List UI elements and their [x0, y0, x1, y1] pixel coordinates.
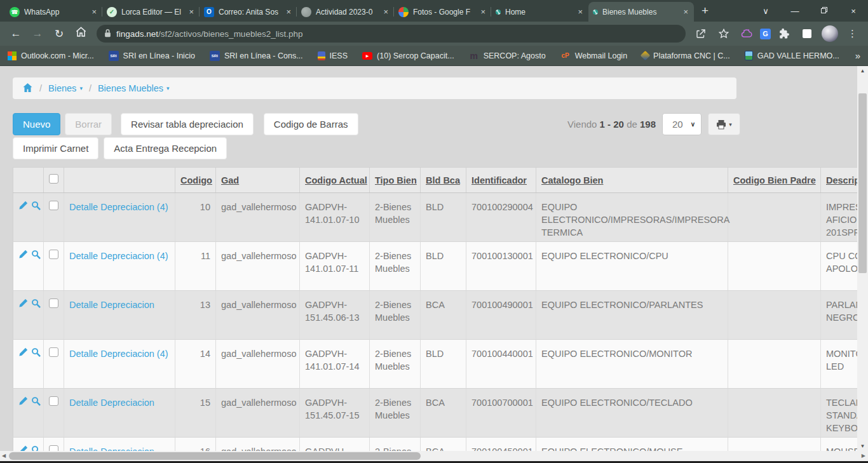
- print-dropdown-button[interactable]: ▾: [708, 113, 740, 135]
- nuevo-button[interactable]: Nuevo: [13, 113, 60, 135]
- extensions-puzzle-icon[interactable]: [775, 28, 794, 39]
- bookmark-outlook[interactable]: Outlook.com - Micr...: [8, 51, 94, 60]
- row-checkbox[interactable]: [49, 201, 58, 210]
- toolbar-right-icons: G ⋮: [691, 25, 862, 42]
- close-button[interactable]: ×: [839, 6, 868, 16]
- tab-close-icon[interactable]: ×: [285, 7, 292, 17]
- sidebar-square-icon[interactable]: [797, 29, 817, 38]
- view-magnifier-icon[interactable]: [31, 347, 41, 360]
- tab-close-icon[interactable]: ×: [187, 7, 195, 17]
- tab-actividad[interactable]: Actividad 2023-0 ×: [297, 2, 394, 22]
- back-icon[interactable]: ←: [6, 27, 26, 40]
- tab-home[interactable]: Home ×: [491, 2, 588, 22]
- breadcrumb-bienes[interactable]: Bienes▾: [48, 83, 83, 93]
- tab-correo[interactable]: O Correo: Anita Sos ×: [200, 2, 297, 22]
- forward-icon[interactable]: →: [27, 27, 48, 40]
- detalle-depreciacion-link[interactable]: Detalle Depreciacion (4): [69, 251, 168, 261]
- cloud-extension-icon[interactable]: [737, 27, 756, 40]
- imprimir-carnet-button[interactable]: Imprimir Carnet: [13, 137, 98, 159]
- bookmark-star-icon[interactable]: [714, 28, 733, 39]
- bookmark-sercop[interactable]: mSERCOP: Agosto: [469, 51, 546, 61]
- sort-codigo-actual[interactable]: Codigo Actual: [305, 175, 367, 185]
- row-checkbox[interactable]: [49, 299, 58, 308]
- detalle-depreciacion-link[interactable]: Detalle Depreciacion: [69, 300, 154, 310]
- tab-bienes-muebles-active[interactable]: Bienes Muebles ×: [588, 2, 694, 22]
- edit-pencil-icon[interactable]: [18, 396, 28, 409]
- scroll-right-icon[interactable]: ▶: [862, 453, 865, 459]
- share-icon[interactable]: [691, 28, 710, 39]
- borrar-button[interactable]: Borrar: [65, 113, 112, 135]
- vertical-scrollbar[interactable]: ▲ ▼: [857, 66, 868, 451]
- google-photos-icon: [398, 7, 409, 17]
- sort-catalogo-bien[interactable]: Catalogo Bien: [541, 175, 603, 185]
- view-magnifier-icon[interactable]: [31, 299, 41, 311]
- view-magnifier-icon[interactable]: [31, 201, 41, 213]
- revisar-tabla-button[interactable]: Revisar tabla depreciacion: [121, 113, 254, 135]
- bookmarks-overflow-icon[interactable]: »: [855, 50, 860, 61]
- codigo-barras-button[interactable]: Codigo de Barras: [264, 113, 358, 135]
- browser-menu-icon[interactable]: ⋮: [843, 28, 862, 39]
- tab-close-icon[interactable]: ×: [479, 7, 487, 17]
- page-size-select[interactable]: 20 ∨: [662, 113, 702, 135]
- bookmark-sercop-video[interactable]: ▶(10) Sercop Capacit...: [362, 51, 454, 60]
- tab-close-icon[interactable]: ×: [90, 7, 98, 17]
- horizontal-scrollbar[interactable]: ◀ ▶: [0, 451, 868, 461]
- sort-identificador[interactable]: Identificador: [471, 175, 527, 185]
- cell-codigo-actual: GADPVH-: [300, 438, 370, 452]
- scroll-up-icon[interactable]: ▲: [857, 68, 868, 74]
- acta-entrega-button[interactable]: Acta Entrega Recepcion: [104, 137, 227, 159]
- sort-descripcion[interactable]: Descrip: [826, 175, 860, 185]
- breadcrumb: / Bienes▾ / Bienes Muebles▾: [13, 77, 736, 99]
- tab-whatsapp[interactable]: ☎ WhatsApp ×: [5, 2, 102, 22]
- row-checkbox[interactable]: [49, 445, 58, 451]
- detalle-depreciacion-link[interactable]: Detalle Depreciacion (4): [69, 349, 168, 359]
- bookmark-webmail[interactable]: cPWebmail Login: [560, 51, 627, 61]
- minimize-button[interactable]: —: [780, 6, 810, 16]
- address-bar[interactable]: fingads.net/sf2/activos/bienes_muebles2_…: [97, 25, 686, 43]
- detalle-depreciacion-link[interactable]: Detalle Depreciacion: [69, 446, 154, 451]
- bookmark-cnc[interactable]: Plataforma CNC | C...: [642, 51, 730, 60]
- edit-pencil-icon[interactable]: [18, 445, 28, 451]
- breadcrumb-home-icon[interactable]: [22, 83, 33, 95]
- select-all-checkbox[interactable]: [49, 174, 58, 184]
- edit-pencil-icon[interactable]: [18, 250, 28, 262]
- sort-codigo-bien-padre[interactable]: Codigo Bien Padre: [733, 175, 816, 185]
- bookmark-sri-inicio[interactable]: SRISRI en Línea - Inicio: [109, 51, 195, 61]
- view-magnifier-icon[interactable]: [31, 445, 41, 451]
- tab-close-icon[interactable]: ×: [576, 7, 584, 17]
- bookmark-sri-consultas[interactable]: SRISRI en Línea - Cons...: [210, 51, 303, 61]
- row-checkbox[interactable]: [49, 250, 58, 259]
- translate-icon[interactable]: G: [760, 29, 771, 39]
- vertical-scrollbar-thumb[interactable]: [858, 93, 867, 273]
- row-checkbox[interactable]: [49, 396, 58, 406]
- new-tab-button[interactable]: +: [694, 4, 716, 22]
- edit-pencil-icon[interactable]: [18, 201, 28, 213]
- breadcrumb-bienes-muebles[interactable]: Bienes Muebles▾: [98, 83, 170, 93]
- sort-tipo-bien[interactable]: Tipo Bien: [375, 175, 417, 185]
- scroll-left-icon[interactable]: ◀: [2, 453, 6, 459]
- home-icon[interactable]: [71, 26, 91, 41]
- avatar[interactable]: [820, 25, 839, 42]
- cell-codigo-actual: GADPVH-151.45.07-15: [300, 389, 370, 438]
- detalle-depreciacion-link[interactable]: Detalle Depreciacion: [69, 398, 154, 408]
- view-magnifier-icon[interactable]: [31, 396, 41, 409]
- row-checkbox[interactable]: [49, 347, 58, 357]
- edit-pencil-icon[interactable]: [18, 347, 28, 360]
- bookmark-gad[interactable]: GAD VALLE HERMO...: [745, 51, 839, 60]
- tab-lorca-editor[interactable]: ✓ Lorca Editor — El ×: [102, 2, 200, 22]
- scroll-down-icon[interactable]: ▼: [857, 443, 868, 449]
- horizontal-scrollbar-thumb[interactable]: [9, 452, 421, 460]
- detalle-depreciacion-link[interactable]: Detalle Depreciacion (4): [69, 202, 168, 212]
- tab-close-icon[interactable]: ×: [382, 7, 390, 17]
- tab-fotos[interactable]: Fotos - Google F ×: [394, 2, 491, 22]
- edit-pencil-icon[interactable]: [18, 299, 28, 311]
- bookmark-iess[interactable]: IESS: [318, 51, 348, 60]
- restore-button[interactable]: [810, 6, 839, 16]
- reload-icon[interactable]: ↻: [49, 27, 69, 41]
- tab-close-icon[interactable]: ×: [682, 7, 689, 17]
- view-magnifier-icon[interactable]: [31, 250, 41, 262]
- sort-gad[interactable]: Gad: [221, 175, 239, 185]
- tab-search-chevron-icon[interactable]: ∨: [751, 6, 780, 16]
- sort-codigo[interactable]: Codigo: [180, 175, 212, 185]
- sort-bld-bca[interactable]: Bld Bca: [426, 175, 460, 185]
